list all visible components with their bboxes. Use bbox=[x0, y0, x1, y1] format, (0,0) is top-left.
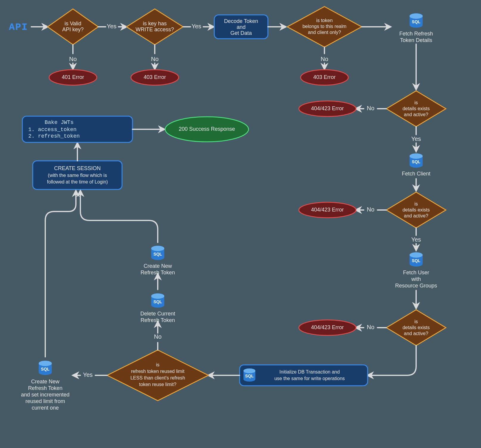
svg-text:followed at the time of Login): followed at the time of Login) bbox=[47, 179, 108, 184]
svg-text:200 Success Response: 200 Success Response bbox=[179, 126, 235, 132]
svg-text:is: is bbox=[414, 201, 418, 206]
svg-text:Create New: Create New bbox=[143, 263, 172, 269]
svg-text:Fetch User: Fetch User bbox=[403, 270, 429, 276]
svg-text:with: with bbox=[411, 276, 421, 282]
svg-point-75 bbox=[39, 361, 52, 366]
svg-text:SQL: SQL bbox=[41, 367, 50, 371]
error-403-a: 403 Error bbox=[131, 70, 179, 85]
db-create-new-refresh-token: SQL Create New Refresh Token bbox=[140, 246, 175, 276]
svg-text:404/423 Error: 404/423 Error bbox=[311, 105, 344, 111]
svg-text:401 Error: 401 Error bbox=[62, 74, 84, 80]
svg-text:SQL: SQL bbox=[245, 374, 254, 378]
svg-text:SQL: SQL bbox=[154, 299, 162, 304]
svg-text:Delete Current: Delete Current bbox=[140, 311, 175, 317]
edge-label-yes: Yes bbox=[411, 136, 421, 142]
svg-text:is key has: is key has bbox=[143, 21, 167, 27]
svg-text:token reuse limit?: token reuse limit? bbox=[139, 382, 176, 387]
decision-token-realm-client: is token belongs to this realm and clien… bbox=[287, 7, 362, 47]
svg-text:CREATE SESSION: CREATE SESSION bbox=[54, 165, 101, 171]
svg-text:Resource Groups: Resource Groups bbox=[395, 283, 437, 289]
svg-text:and client only?: and client only? bbox=[308, 30, 341, 35]
edge-label-yes: Yes bbox=[411, 236, 421, 243]
svg-text:2. refresh_token: 2. refresh_token bbox=[28, 133, 80, 139]
svg-text:and active?: and active? bbox=[404, 112, 428, 117]
error-403-b: 403 Error bbox=[301, 70, 348, 85]
process-create-session: CREATE SESSION (with the same flow which… bbox=[33, 161, 122, 189]
svg-text:403 Error: 403 Error bbox=[313, 74, 335, 80]
decision-valid-api-key: is Valid API key? bbox=[48, 9, 98, 45]
svg-text:is: is bbox=[414, 100, 418, 105]
error-404-423-c: 404/423 Error bbox=[299, 320, 356, 335]
svg-text:LESS than client's refresh: LESS than client's refresh bbox=[130, 375, 185, 380]
error-401: 401 Error bbox=[49, 70, 97, 85]
svg-rect-59 bbox=[240, 365, 368, 386]
error-404-423-a: 404/423 Error bbox=[299, 101, 356, 116]
decision-write-access: is key has WRITE access? bbox=[127, 9, 183, 45]
decision-details-active-3: is details exists and active? bbox=[386, 310, 446, 346]
svg-text:is: is bbox=[414, 319, 418, 324]
db-fetch-client: SQL Fetch Client bbox=[402, 153, 430, 177]
svg-text:and set incremented: and set incremented bbox=[21, 392, 69, 398]
svg-text:1. access_token: 1. access_token bbox=[28, 127, 76, 133]
svg-point-63 bbox=[243, 368, 255, 373]
svg-text:Decode Token: Decode Token bbox=[224, 18, 258, 24]
edge-label-no: No bbox=[321, 56, 328, 62]
edge-label-no: No bbox=[151, 56, 159, 62]
svg-text:reused limit from: reused limit from bbox=[25, 398, 65, 404]
database-icon: SQL bbox=[151, 293, 164, 308]
error-404-423-b: 404/423 Error bbox=[299, 202, 356, 218]
edge bbox=[80, 191, 158, 242]
edge bbox=[45, 191, 76, 357]
svg-text:WRITE access?: WRITE access? bbox=[135, 27, 174, 32]
edge bbox=[368, 346, 416, 375]
process-init-db-transaction: SQL Initialize DB Transaction and use th… bbox=[240, 365, 368, 386]
svg-text:SQL: SQL bbox=[412, 258, 421, 263]
db-create-refresh-token-incremented: SQL Create New Refresh Token and set inc… bbox=[21, 361, 69, 411]
svg-text:and active?: and active? bbox=[404, 331, 428, 336]
svg-text:403 Error: 403 Error bbox=[143, 74, 166, 80]
edge-label-no: No bbox=[367, 324, 374, 330]
edge-label-yes: Yes bbox=[107, 23, 117, 29]
svg-text:and: and bbox=[237, 24, 246, 30]
process-decode-token: Decode Token and Get Data bbox=[214, 15, 268, 39]
svg-text:details exists: details exists bbox=[402, 207, 430, 212]
svg-text:Bake JWTs: Bake JWTs bbox=[45, 119, 74, 125]
svg-text:is token: is token bbox=[316, 18, 332, 23]
svg-point-85 bbox=[151, 293, 164, 299]
svg-point-92 bbox=[151, 246, 164, 251]
db-fetch-user: SQL Fetch User with Resource Groups bbox=[395, 252, 437, 289]
svg-text:is Valid: is Valid bbox=[65, 21, 82, 27]
svg-text:details exists: details exists bbox=[402, 325, 430, 330]
flowchart: API is Valid API key? Yes is key has WRI… bbox=[0, 0, 481, 448]
svg-text:Refresh Token: Refresh Token bbox=[28, 385, 63, 391]
svg-text:API key?: API key? bbox=[62, 27, 84, 32]
svg-text:details exists: details exists bbox=[402, 106, 430, 111]
database-icon: SQL bbox=[410, 252, 423, 267]
svg-point-36 bbox=[410, 153, 423, 159]
svg-text:SQL: SQL bbox=[412, 19, 421, 24]
decision-details-active-2: is details exists and active? bbox=[386, 192, 446, 228]
svg-text:(with the same flow which is: (with the same flow which is bbox=[48, 173, 107, 178]
svg-point-17 bbox=[410, 13, 423, 19]
svg-text:Fetch Refresh: Fetch Refresh bbox=[399, 31, 433, 37]
decision-details-active-1: is details exists and active? bbox=[386, 91, 446, 127]
edge-label-yes: Yes bbox=[83, 371, 93, 378]
svg-text:use the same for write operati: use the same for write operations bbox=[274, 376, 345, 381]
svg-text:404/423 Error: 404/423 Error bbox=[311, 207, 344, 213]
svg-text:is: is bbox=[156, 362, 160, 367]
edge-label-no: No bbox=[154, 333, 162, 340]
svg-text:Refresh Token: Refresh Token bbox=[140, 270, 175, 276]
svg-text:Create New: Create New bbox=[31, 379, 60, 385]
svg-text:SQL: SQL bbox=[412, 159, 421, 164]
process-bake-jwts: Bake JWTs 1. access_token 2. refresh_tok… bbox=[22, 116, 132, 142]
database-icon: SQL bbox=[410, 13, 423, 28]
svg-point-48 bbox=[410, 252, 423, 258]
database-icon: SQL bbox=[151, 246, 164, 260]
svg-text:Token Details: Token Details bbox=[400, 37, 432, 43]
database-icon: SQL bbox=[39, 361, 52, 375]
database-icon: SQL bbox=[243, 368, 255, 382]
decision-reuse-limit: is refresh token reused limit LESS than … bbox=[107, 350, 208, 401]
success-200: 200 Success Response bbox=[165, 117, 249, 142]
svg-text:refresh token reused limit: refresh token reused limit bbox=[131, 369, 185, 374]
edge-label-no: No bbox=[69, 56, 77, 62]
